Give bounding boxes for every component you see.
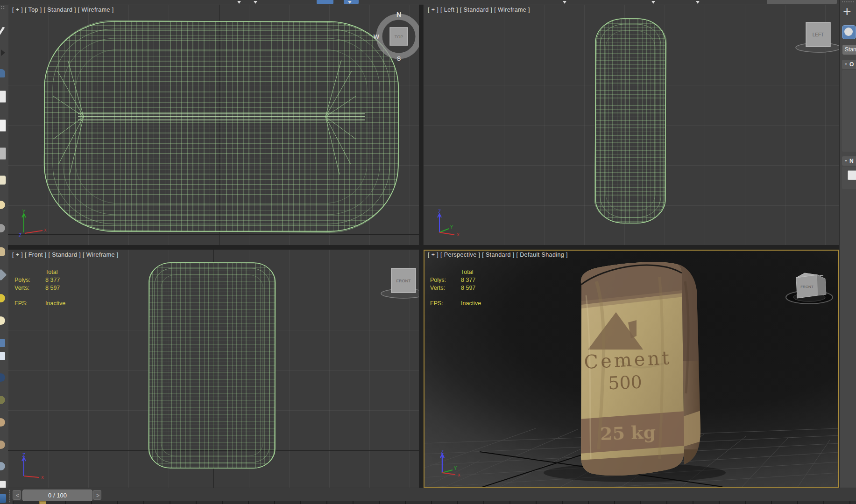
left-toolbar <box>0 5 8 488</box>
viewport-perspective[interactable]: Cement 500 25 kg FRONT Z Y x [ + ] [ P <box>424 250 839 488</box>
viewport-left-label[interactable]: [ + ] [ Left ] [ Standard ] [ Wireframe … <box>428 7 530 13</box>
panel-grip-icon[interactable] <box>842 1 855 3</box>
rollout-body <box>842 167 856 189</box>
stats-verts-value: 8 597 <box>45 284 60 292</box>
rollout-arrow-icon: ▼ <box>844 159 848 162</box>
toolbar-blue-button[interactable] <box>317 0 333 4</box>
rollout-object-type[interactable]: ▼O <box>842 60 856 69</box>
toolbar-button[interactable] <box>767 0 837 4</box>
toolbar-icon[interactable] <box>0 119 6 132</box>
viewport-left[interactable]: LEFT Z Y x [ + ] [ Left ] [ Standard ] [… <box>424 5 839 245</box>
frame-zero-marker[interactable] <box>39 501 46 504</box>
svg-text:Y: Y <box>22 209 26 214</box>
stats-verts-label: Verts: <box>14 284 39 292</box>
stats-total-header: Total <box>461 268 473 276</box>
viewcube-face-label: LEFT <box>813 32 824 37</box>
svg-text:x: x <box>458 472 460 477</box>
svg-text:Z: Z <box>19 233 21 238</box>
toolbar-icon[interactable] <box>0 91 6 103</box>
toolbar-icon[interactable] <box>0 247 5 256</box>
wireframe-left-view[interactable] <box>424 5 839 245</box>
wireframe-top-view[interactable] <box>8 5 419 245</box>
viewport-top[interactable]: TOP N E S W Y x Z [ + ] [ Top ] [ Standa… <box>8 5 419 245</box>
toolbar-icon[interactable] <box>0 481 6 488</box>
svg-text:x: x <box>42 475 44 480</box>
time-slider-handle[interactable]: 0 / 100 <box>22 490 92 501</box>
plus-icon[interactable]: + <box>843 5 851 19</box>
flyout-arrow-icon <box>651 1 655 4</box>
stats-fps-value: Inactive <box>45 300 65 308</box>
axis-tripod: Z Y x <box>432 209 465 238</box>
toolbar-icon[interactable] <box>0 418 5 427</box>
bag-brand-text: Cement <box>583 347 672 373</box>
3d-app-window: { "viewports": { "top": { "label": "[ + … <box>0 0 856 504</box>
axis-tripod: Y x Z <box>16 209 49 238</box>
flyout-arrow-icon <box>563 1 566 4</box>
stats-polys-value: 8 377 <box>461 276 475 284</box>
viewport-perspective-label[interactable]: [ + ] [ Perspective ] [ Standard ] [ Def… <box>428 252 568 258</box>
toolbar-icon[interactable] <box>0 201 5 209</box>
compass-south: S <box>397 55 401 62</box>
stats-polys-value: 8 377 <box>45 276 60 284</box>
toolbar-grip-icon[interactable] <box>0 6 5 10</box>
wireframe-front-view[interactable] <box>8 250 419 488</box>
flyout-arrow-icon <box>348 1 352 4</box>
toolbar-icon[interactable] <box>0 352 5 360</box>
rollout-arrow-icon: ▼ <box>844 63 848 66</box>
svg-text:Z: Z <box>441 449 444 455</box>
toolbar-icon[interactable] <box>0 147 6 160</box>
toolbar-icon[interactable] <box>0 441 5 449</box>
svg-text:Z: Z <box>22 453 25 458</box>
cement-bag-model[interactable]: Cement 500 25 kg <box>564 253 713 487</box>
viewcube-left[interactable]: LEFT <box>792 19 839 56</box>
primitive-category-dropdown[interactable]: Stan <box>842 45 856 55</box>
toolbar-icon[interactable] <box>0 494 6 503</box>
rollout-body <box>842 70 856 152</box>
stats-fps-value: Inactive <box>461 300 481 308</box>
viewcube-compass[interactable]: TOP N E S W <box>373 9 419 62</box>
toolbar-icon[interactable] <box>0 69 5 77</box>
toolbar-icon[interactable] <box>0 339 5 347</box>
viewport-area: TOP N E S W Y x Z [ + ] [ Top ] [ Standa… <box>8 5 839 488</box>
viewport-statistics: Total Polys:8 377 Verts:8 597 FPS:Inacti… <box>14 268 65 308</box>
command-panel: + Stan ▼O ▼N <box>839 0 856 504</box>
object-name-field[interactable] <box>848 170 856 180</box>
rollout-name-color[interactable]: ▼N <box>842 156 856 166</box>
stats-verts-value: 8 597 <box>461 284 475 292</box>
viewport-front-label[interactable]: [ + ] [ Front ] [ Standard ] [ Wireframe… <box>12 252 119 258</box>
stats-fps-label: FPS: <box>14 300 39 308</box>
toolbar-icon[interactable] <box>0 462 5 470</box>
toolbar-icon[interactable] <box>0 224 5 232</box>
toolbar-icon[interactable] <box>0 175 6 185</box>
flyout-arrow-icon <box>696 1 700 4</box>
viewcube-perspective[interactable]: FRONT <box>784 266 836 308</box>
track-bar[interactable] <box>13 501 856 504</box>
viewport-front[interactable]: FRONT Z x [ + ] [ Front ] [ Standard ] [… <box>8 250 419 488</box>
svg-text:x: x <box>44 227 47 232</box>
viewcube-face-label: TOP <box>395 35 403 39</box>
toolbar-icon[interactable] <box>1 49 5 56</box>
toolbar-icon[interactable] <box>0 269 7 280</box>
grip-dots-icon <box>9 490 10 503</box>
toolbar-icon[interactable] <box>0 373 5 382</box>
svg-text:x: x <box>457 232 460 237</box>
viewcube-front[interactable]: FRONT <box>378 265 419 302</box>
toolbar-icon[interactable] <box>0 294 5 302</box>
axis-tripod: Z x <box>16 453 49 482</box>
toolbar-icon[interactable] <box>0 27 5 35</box>
svg-text:Z: Z <box>438 209 441 214</box>
geometry-category-button[interactable] <box>842 25 856 39</box>
stats-verts-label: Verts: <box>430 284 454 292</box>
viewcube-face-label: FRONT <box>396 279 411 283</box>
compass-north: N <box>396 11 401 18</box>
previous-frame-button[interactable]: < <box>13 490 21 500</box>
stats-total-header: Total <box>45 268 57 276</box>
viewport-top-label[interactable]: [ + ] [ Top ] [ Standard ] [ Wireframe ] <box>12 7 114 13</box>
next-frame-button[interactable]: > <box>93 490 101 500</box>
stats-polys-label: Polys: <box>430 276 454 284</box>
toolbar-icon[interactable] <box>0 396 5 404</box>
toolbar-icon[interactable] <box>0 316 5 325</box>
stats-fps-label: FPS: <box>430 300 454 308</box>
axis-tripod: Z Y x <box>435 449 467 478</box>
flyout-arrow-icon <box>254 1 257 4</box>
